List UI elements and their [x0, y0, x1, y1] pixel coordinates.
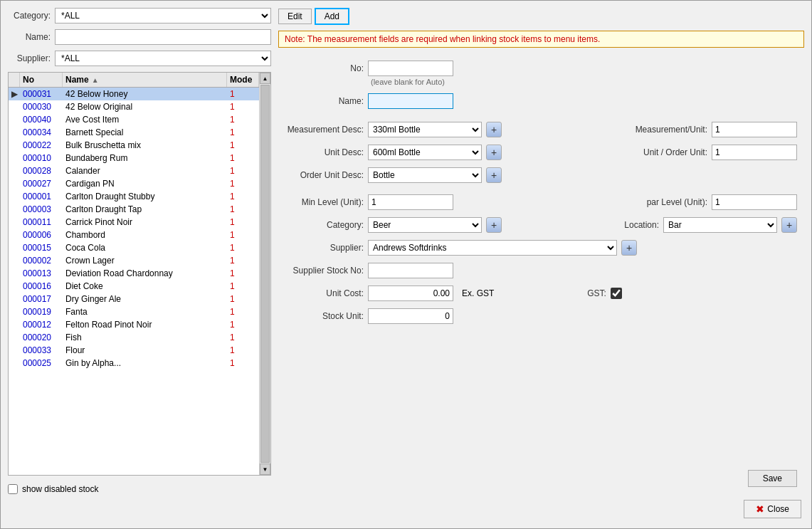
measurement-desc-add-btn[interactable]: + — [486, 122, 502, 137]
unit-cost-label: Unit Cost: — [285, 288, 364, 298]
table-row[interactable]: 000017Dry Ginger Ale1 — [9, 293, 259, 305]
row-mode: 1 — [227, 203, 259, 216]
row-name: Flour — [63, 344, 227, 357]
row-no: 000033 — [20, 344, 63, 357]
table-row[interactable]: 000003Carlton Draught Tap1 — [9, 203, 259, 216]
scrollbar[interactable]: ▲ ▼ — [259, 73, 270, 475]
supplier-stock-no-input[interactable] — [368, 263, 453, 278]
supplier-field-select[interactable]: Andrews Softdrinks BWS Dan Murphys — [368, 240, 617, 256]
table-row[interactable]: 000027Cardigan PN1 — [9, 177, 259, 190]
table-row[interactable]: 000033Flour1 — [9, 344, 259, 357]
unit-order-unit-input[interactable] — [712, 145, 797, 160]
no-hint: (leave blank for Auto) — [371, 78, 445, 86]
gst-checkbox[interactable] — [611, 288, 622, 299]
table-row[interactable]: 000015Coca Cola1 — [9, 241, 259, 254]
add-button[interactable]: Add — [315, 8, 349, 25]
row-mode: 1 — [227, 190, 259, 203]
table-row[interactable]: 000006Chambord1 — [9, 229, 259, 241]
edit-button[interactable]: Edit — [278, 9, 312, 24]
table-row[interactable]: 000025Gin by Alpha...1 — [9, 357, 259, 370]
category-label: Category: — [8, 11, 51, 21]
order-unit-desc-select[interactable]: Bottle Case Keg — [368, 167, 482, 183]
row-name: Carrick Pinot Noir — [63, 216, 227, 229]
category-field-select[interactable]: Beer Wine Spirits — [368, 217, 482, 233]
min-level-input[interactable] — [368, 194, 453, 210]
category-filter-row: Category: *ALL — [8, 8, 271, 23]
unit-desc-add-btn[interactable]: + — [486, 145, 502, 160]
show-disabled-row: show disabled stock — [8, 484, 271, 494]
par-level-input[interactable] — [712, 194, 797, 210]
table-row[interactable]: 000034Barnett Special1 — [9, 126, 259, 139]
stock-table: No Name ▲ Mode ▶00003142 Below Honey1000… — [8, 72, 271, 476]
name-field-input[interactable] — [368, 93, 453, 109]
no-input[interactable] — [368, 61, 453, 76]
row-mode: 1 — [227, 318, 259, 331]
location-select[interactable]: Bar Cellar Kitchen — [663, 217, 777, 233]
table-row[interactable]: 000028Calander1 — [9, 164, 259, 177]
order-unit-desc-add-btn[interactable]: + — [486, 167, 502, 183]
save-button[interactable]: Save — [748, 470, 797, 487]
top-buttons: Edit Add — [278, 8, 804, 25]
table-row[interactable]: 000020Fish1 — [9, 331, 259, 344]
table-row[interactable]: 000040Ave Cost Item1 — [9, 113, 259, 126]
row-no: 000040 — [20, 113, 63, 126]
show-disabled-checkbox[interactable] — [8, 484, 18, 494]
stock-unit-input[interactable] — [368, 308, 453, 324]
row-name: Felton Road Pinot Noir — [63, 318, 227, 331]
table-row[interactable]: 000001Carlton Draught Stubby1 — [9, 190, 259, 203]
row-mode: 1 — [227, 357, 259, 370]
table-row[interactable]: ▶00003142 Below Honey1 — [9, 88, 259, 100]
row-mode: 1 — [227, 293, 259, 305]
row-no: 000016 — [20, 280, 63, 293]
row-name: Diet Coke — [63, 280, 227, 293]
table-row[interactable]: 000002Crown Lager1 — [9, 254, 259, 267]
row-mode: 1 — [227, 139, 259, 152]
row-no: 000034 — [20, 126, 63, 139]
supplier-select[interactable]: *ALL — [55, 51, 271, 66]
table-row[interactable]: 000011Carrick Pinot Noir1 — [9, 216, 259, 229]
row-name: Coca Cola — [63, 241, 227, 254]
close-button[interactable]: ✖ Close — [744, 500, 801, 518]
scroll-down-btn[interactable]: ▼ — [260, 463, 270, 475]
row-name: Barnett Special — [63, 126, 227, 139]
table-row[interactable]: 000010Bundaberg Rum1 — [9, 152, 259, 164]
location-add-btn[interactable]: + — [781, 217, 797, 233]
save-row: Save — [285, 470, 797, 487]
category-add-btn[interactable]: + — [486, 217, 502, 233]
no-field-row: No: — [285, 61, 797, 76]
table-row[interactable]: 00003042 Below Original1 — [9, 100, 259, 113]
row-no: 000030 — [20, 100, 63, 113]
supplier-add-btn[interactable]: + — [621, 240, 637, 256]
dialog-footer: ✖ Close — [8, 494, 804, 521]
table-row[interactable]: 000013Deviation Road Chardonnay1 — [9, 267, 259, 280]
measurement-unit-input[interactable] — [712, 122, 797, 137]
unit-desc-label: Unit Desc: — [285, 147, 364, 157]
row-no: 000015 — [20, 241, 63, 254]
row-no: 000028 — [20, 164, 63, 177]
row-arrow-icon: ▶ — [9, 89, 20, 99]
row-no: 000031 — [20, 88, 63, 100]
stock-unit-row: Stock Unit: — [285, 308, 797, 324]
row-no: 000017 — [20, 293, 63, 305]
unit-cost-input[interactable] — [368, 286, 453, 301]
row-no: 000022 — [20, 139, 63, 152]
row-name: Cardigan PN — [63, 177, 227, 190]
scrollbar-thumb[interactable] — [260, 85, 270, 463]
table-row[interactable]: 000022Bulk Bruschetta mix1 — [9, 139, 259, 152]
order-unit-desc-row: Order Unit Desc: Bottle Case Keg + — [285, 167, 797, 183]
row-name: Dry Ginger Ale — [63, 293, 227, 305]
form-area: No: (leave blank for Auto) Name: — [278, 53, 804, 494]
left-panel: Category: *ALL Name: Supplier: *ALL — [8, 8, 271, 494]
table-row[interactable]: 000016Diet Coke1 — [9, 280, 259, 293]
table-row[interactable]: 000012Felton Road Pinot Noir1 — [9, 318, 259, 331]
table-row[interactable]: 000019Fanta1 — [9, 305, 259, 318]
unit-desc-select[interactable]: 330ml Bottle 600ml Bottle Bottle — [368, 145, 482, 160]
scroll-up-btn[interactable]: ▲ — [260, 73, 270, 84]
row-name: Fish — [63, 331, 227, 344]
category-select[interactable]: *ALL — [55, 8, 271, 23]
unit-order-unit-label: Unit / Order Unit: — [615, 147, 707, 157]
header-mode: Mode — [227, 73, 259, 87]
measurement-desc-select[interactable]: 330ml Bottle 600ml Bottle Bottle — [368, 122, 482, 137]
name-input[interactable] — [55, 29, 271, 45]
row-mode: 1 — [227, 126, 259, 139]
